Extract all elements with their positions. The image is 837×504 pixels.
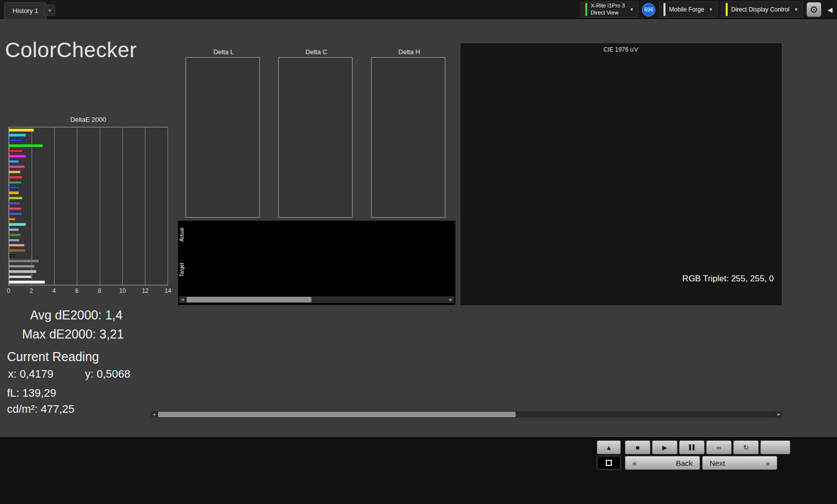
deltae-bar-gray-80 (9, 275, 32, 279)
infinity-icon: ∞ (717, 444, 721, 451)
reading-count-badge: 696 (642, 3, 655, 17)
back-button[interactable]: « Back (625, 456, 700, 470)
settings-gear-button[interactable]: ⚙ (806, 2, 821, 17)
measurement-table (150, 314, 782, 410)
cie-1976-diagram (460, 43, 782, 305)
max-de2000-readout: Max dE2000: 3,21 (22, 327, 124, 342)
meter-status-indicator (585, 3, 587, 16)
double-chevron-right-icon: » (766, 459, 770, 467)
meter-dropdown[interactable]: X-Rite i1Pro 3 Direct View ▼ (581, 2, 638, 18)
deltae-bar-100-cyan (9, 133, 26, 137)
deltae2000-chart: DeltaE 2000 02468101214 (8, 116, 169, 298)
stop-icon: ■ (636, 444, 640, 451)
axis-tick-label: 2 (30, 287, 33, 294)
swatch-list (186, 225, 454, 295)
delta-h-chart: Delta H (362, 48, 447, 222)
table-scrollbar[interactable]: ◄ ► (150, 411, 782, 418)
axis-tick-label: 6 (75, 287, 79, 294)
pause-button[interactable] (679, 440, 705, 454)
cie-1976-chart-panel: CIE 1976 u'v' RGB Triplet: 255, 255, 0 (460, 43, 782, 306)
chevron-down-icon: ▼ (793, 7, 798, 12)
refresh-icon: ↻ (743, 444, 749, 451)
deltae-bar-blue-sky (9, 239, 20, 242)
meter-name: X-Rite i1Pro 3 (591, 3, 625, 10)
pattern-bar: ▲ ■ ▶ ∞ ↻ « Back Next » (0, 437, 837, 504)
patch-preview-strip: Actual Target ◄ ► (178, 221, 455, 305)
fl-readout: fL: 139,29 (7, 387, 56, 400)
history-tab[interactable]: History 1 (4, 2, 47, 19)
swatch-scrollbar[interactable]: ◄ ► (179, 296, 454, 303)
deltae-bar-yellow-green (9, 197, 23, 200)
deltae-bar-bluish-green (9, 223, 26, 226)
target-row-label: Target (179, 263, 185, 277)
xy-readout: x: 0,4179 y: 0,5068 (8, 368, 130, 381)
scroll-right-icon[interactable]: ► (447, 296, 454, 303)
stop-button[interactable]: ■ (625, 440, 650, 454)
deltae-bar-red (9, 176, 23, 179)
more-button[interactable] (760, 440, 790, 454)
deltae-bar-100-red (9, 149, 23, 153)
collapse-panel-button[interactable]: ◀ (825, 2, 835, 17)
deltae-bar-purplish-blue (9, 212, 22, 216)
scroll-thumb[interactable] (187, 297, 311, 302)
add-tab-button[interactable]: + (44, 5, 55, 16)
scroll-left-icon[interactable]: ◄ (179, 296, 186, 303)
chart-title: Delta C (269, 48, 355, 56)
deltae-bar-100-green (9, 144, 43, 147)
scroll-left-icon[interactable]: ◄ (150, 411, 157, 418)
top-bar-controls: X-Rite i1Pro 3 Direct View ▼ 696 Mobile … (581, 1, 835, 18)
pattern-controls-column: ▲ (597, 440, 621, 470)
y-axis-labels (362, 57, 371, 218)
deltae-bar-black (9, 254, 15, 258)
wizard-nav: « Back Next » (625, 456, 777, 470)
deltae-bar-cyan (9, 160, 19, 163)
deltae-bar-100-magenta (9, 154, 26, 158)
double-chevron-left-icon: « (632, 459, 636, 467)
scroll-right-icon[interactable]: ► (775, 411, 782, 418)
delta-h-plot-area (371, 57, 445, 218)
display-control-dropdown[interactable]: Direct Display Control ▼ (721, 2, 803, 18)
chart-title: CIE 1976 u'v' (460, 46, 782, 53)
eject-button[interactable]: ▲ (597, 440, 621, 454)
deltae-bar-100-yellow (9, 128, 34, 132)
deltae-bar-orange-yellow (9, 191, 19, 195)
actual-row-label: Actual (179, 228, 185, 242)
deltae-bar-blue-flower (9, 228, 19, 232)
top-bar: History 1 + X-Rite i1Pro 3 Direct View ▼… (0, 0, 837, 19)
scroll-thumb[interactable] (158, 412, 516, 417)
scroll-track[interactable] (158, 411, 775, 418)
current-reading-label: Current Reading (7, 350, 99, 364)
deltae-bar-green (9, 181, 22, 185)
axis-tick-label: 8 (98, 287, 101, 294)
gear-icon: ⚙ (809, 4, 818, 16)
calibration-app-window: History 1 + X-Rite i1Pro 3 Direct View ▼… (0, 0, 837, 504)
delta-c-plot-area (278, 57, 353, 218)
rgb-triplet-label: RGB Triplet: 255, 255, 0 (683, 274, 774, 284)
deltae-bar-gray-65 (9, 270, 37, 273)
meter-mode: Direct View (591, 10, 625, 17)
chevron-down-icon: ▼ (628, 7, 634, 12)
page-title: ColorChecker (5, 38, 137, 62)
deltae-bar-magenta (9, 165, 25, 169)
deltae-bar-purple (9, 202, 21, 205)
deltae-bar-moderate-red (9, 207, 22, 211)
gridline (168, 127, 168, 285)
delta-l-chart: Delta L (177, 48, 262, 222)
x-readout: x: 0,4179 (8, 368, 54, 381)
display-status-indicator (726, 3, 728, 16)
loop-button[interactable]: ∞ (706, 440, 732, 454)
axis-tick-label: 0 (7, 287, 11, 294)
next-button[interactable]: Next » (702, 456, 777, 470)
deltae-bars (9, 128, 168, 284)
deltae-bar-yellow (9, 171, 21, 174)
eject-icon: ▲ (606, 444, 612, 451)
chart-title: Delta H (362, 48, 447, 56)
pattern-source-dropdown[interactable]: Mobile Forge ▼ (659, 2, 718, 18)
play-button[interactable]: ▶ (652, 440, 678, 454)
luminance-readout: cd/m²: 477,25 (7, 403, 75, 416)
scroll-track[interactable] (187, 296, 447, 303)
pattern-window-button[interactable] (597, 456, 621, 470)
display-control-label: Direct Display Control (731, 6, 789, 13)
back-label: Back (676, 459, 693, 467)
refresh-button[interactable]: ↻ (733, 440, 759, 454)
